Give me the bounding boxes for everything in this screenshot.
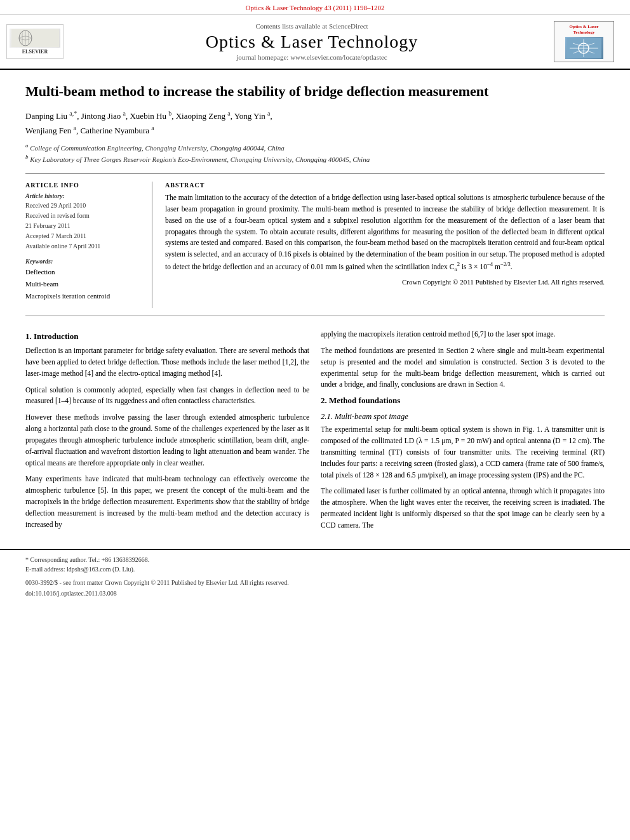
journal-title: Optics & Laser Technology: [70, 32, 554, 52]
keyword-multibeam: Multi-beam: [25, 278, 143, 290]
received-revised-label: Received in revised form: [25, 211, 143, 221]
keyword-deflection: Deflection: [25, 266, 143, 278]
olt-image: [565, 37, 603, 59]
received-revised-date: 21 February 2011: [25, 221, 143, 231]
contents-available: Contents lists available at ScienceDirec…: [70, 22, 554, 30]
corresponding-author-note: * Corresponding author. Tel.: +86 136383…: [25, 556, 149, 563]
section1-title: Introduction: [34, 331, 79, 341]
intro-para5: The method foundations are presented in …: [321, 345, 605, 390]
affiliation-b: Key Laboratory of Three Gorges Reservoir…: [30, 156, 370, 163]
article-history: Article history: Received 29 April 2010 …: [25, 192, 143, 251]
section2-para2: The collimated laser is further collimat…: [321, 486, 605, 531]
affiliations: a College of Communication Engineering, …: [25, 142, 605, 164]
journal-citation: Optics & Laser Technology 43 (2011) 1198…: [246, 4, 385, 11]
footer-copyright: 0030-3992/$ - see front matter Crown Cop…: [25, 579, 605, 586]
footnote-email: E-mail address: ldpshs@163.com (D. Liu).: [25, 564, 605, 574]
journal-header-center: Contents lists available at ScienceDirec…: [70, 22, 554, 61]
intro-para-cont: applying the macropixels iteration centr…: [321, 329, 605, 340]
section1-heading: 1. Introduction: [25, 331, 309, 342]
article-info-abstract: ARTICLE INFO Article history: Received 2…: [25, 173, 605, 316]
intro-para3: However these methods involve passing th…: [25, 412, 309, 469]
page-footer: * Corresponding author. Tel.: +86 136383…: [0, 549, 630, 597]
olt-logo-area: Optics & LaserTechnology: [554, 21, 617, 62]
elsevier-logo-image: [10, 29, 60, 48]
section2-para1: The experimental setup for multi-beam op…: [321, 424, 605, 481]
history-label: Article history:: [25, 192, 143, 199]
accepted-date: Accepted 7 March 2011: [25, 231, 143, 241]
body-columns: 1. Introduction Deflection is an importa…: [25, 329, 605, 536]
received-date: Received 29 April 2010: [25, 201, 143, 211]
keywords-group: Keywords: Deflection Multi-beam Macropix…: [25, 258, 143, 302]
abstract-text: The main limitation to the accuracy of t…: [165, 192, 605, 274]
journal-header: ELSEVIER Contents lists available at Sci…: [0, 15, 630, 70]
elsevier-label: ELSEVIER: [22, 49, 48, 55]
footer-doi: doi:10.1016/j.optlastec.2011.03.008: [25, 590, 605, 597]
footnote-star: * Corresponding author. Tel.: +86 136383…: [25, 555, 605, 564]
olt-logo: Optics & LaserTechnology: [554, 21, 614, 62]
keyword-macropixels: Macropixels iteration centroid: [25, 290, 143, 302]
section2-title: Method foundations: [329, 396, 400, 405]
intro-para1: Deflection is an important parameter for…: [25, 345, 309, 379]
article-title: Multi-beam method to increase the stabil…: [25, 83, 605, 101]
abstract-label: ABSTRACT: [165, 182, 605, 189]
authors: Danping Liu a,*, Jintong Jiao a, Xuebin …: [25, 109, 605, 138]
section1-number: 1.: [25, 331, 34, 341]
article-info-label: ARTICLE INFO: [25, 182, 143, 189]
available-date: Available online 7 April 2011: [25, 241, 143, 251]
top-bar: Optics & Laser Technology 43 (2011) 1198…: [0, 0, 630, 15]
elsevier-logo: ELSEVIER: [6, 24, 64, 59]
column-left: 1. Introduction Deflection is an importa…: [25, 329, 309, 536]
journal-homepage: journal homepage: www.elsevier.com/locat…: [70, 53, 554, 61]
main-content: Multi-beam method to increase the stabil…: [0, 70, 630, 549]
abstract-copyright: Crown Copyright © 2011 Published by Else…: [165, 278, 605, 286]
section2-heading: 2. Method foundations: [321, 396, 605, 406]
elsevier-logo-area: ELSEVIER: [6, 24, 70, 59]
abstract-section: ABSTRACT The main limitation to the accu…: [165, 182, 605, 308]
intro-para2: Optical solution is commonly adopted, es…: [25, 385, 309, 408]
subsection21-heading: 2.1. Multi-beam spot image: [321, 412, 605, 422]
svg-rect-0: [11, 29, 59, 47]
article-info: ARTICLE INFO Article history: Received 2…: [25, 182, 152, 308]
section2-number: 2.: [321, 396, 329, 405]
column-right: applying the macropixels iteration centr…: [321, 329, 605, 536]
email-note: E-mail address: ldpshs@163.com (D. Liu).: [25, 566, 135, 573]
keywords-label: Keywords:: [25, 258, 143, 265]
intro-para4: Many experiments have indicated that mul…: [25, 474, 309, 530]
affiliation-a: College of Communication Engineering, Ch…: [30, 144, 285, 152]
olt-title: Optics & LaserTechnology: [570, 24, 599, 36]
